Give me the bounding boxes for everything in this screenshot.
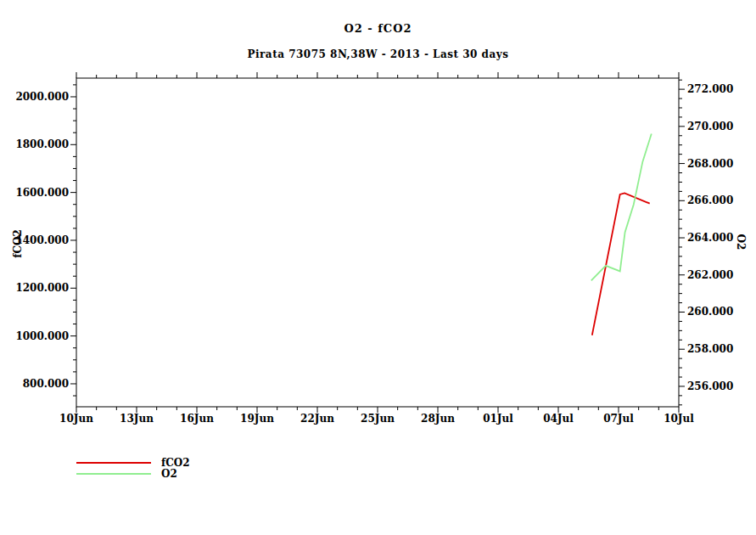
o2-line-swatch (76, 473, 151, 475)
right-tick-label: 268.000 (687, 158, 733, 170)
left-tick-label: 1800.000 (15, 138, 69, 150)
fco2-line-swatch (76, 462, 151, 464)
legend-item-o2: O2 (76, 469, 190, 479)
legend-item-fco2: fCO2 (76, 458, 190, 468)
x-tick-label: 28Jun (421, 413, 455, 425)
x-tick-label: 10Jul (664, 413, 694, 425)
left-tick-label: 800.000 (23, 378, 69, 390)
right-tick-label: 262.000 (687, 269, 733, 281)
right-tick-label: 258.000 (687, 343, 733, 355)
chart-plot-area: 10Jun13Jun16Jun19Jun22Jun25Jun28Jun01Jul… (0, 0, 756, 535)
x-tick-label: 13Jun (120, 413, 154, 425)
left-tick-label: 1200.000 (15, 282, 69, 294)
legend-label-o2: O2 (161, 469, 177, 479)
right-tick-label: 272.000 (687, 83, 733, 95)
x-tick-label: 01Jul (483, 413, 513, 425)
legend: fCO2 O2 (76, 458, 190, 480)
x-tick-label: 07Jul (603, 413, 634, 425)
left-tick-label: 1400.000 (15, 234, 69, 246)
x-tick-label: 10Jun (59, 413, 93, 425)
right-tick-label: 270.000 (687, 121, 733, 132)
right-tick-label: 264.000 (687, 232, 733, 244)
right-tick-label: 266.000 (687, 194, 733, 206)
legend-label-fco2: fCO2 (161, 458, 190, 468)
plot-canvas: O2 - fCO2 Pirata 73075 8N,38W - 2013 - L… (0, 0, 756, 535)
left-tick-label: 1000.000 (15, 330, 69, 342)
plot-frame (76, 78, 679, 407)
x-tick-label: 16Jun (180, 413, 214, 425)
left-tick-label: 1600.000 (15, 187, 69, 199)
series-line-o2 (591, 134, 652, 281)
right-tick-label: 256.000 (687, 380, 733, 392)
x-tick-label: 22Jun (300, 413, 334, 425)
x-tick-label: 25Jun (361, 413, 395, 425)
left-tick-label: 2000.000 (15, 91, 69, 103)
x-tick-label: 19Jun (240, 413, 274, 425)
right-tick-label: 260.000 (687, 306, 733, 318)
x-tick-label: 04Jul (543, 413, 574, 425)
